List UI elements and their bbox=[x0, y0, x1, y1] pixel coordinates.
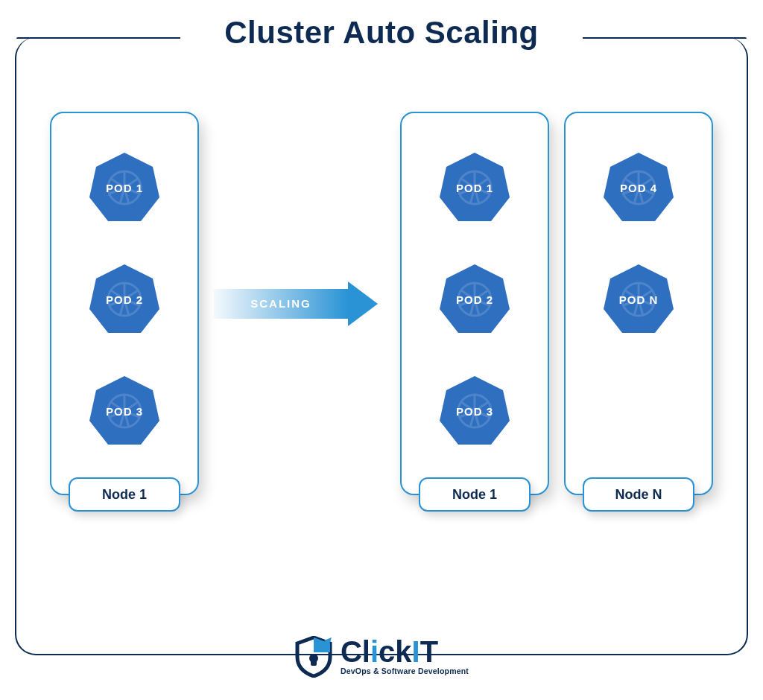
node-box-right-n: POD 4 POD N Node N bbox=[564, 112, 713, 495]
pod-label: POD 1 bbox=[456, 182, 493, 194]
pod: POD 3 bbox=[437, 374, 512, 448]
pod-label: POD 2 bbox=[106, 293, 143, 306]
pod: POD 2 bbox=[87, 262, 162, 337]
pod-label: POD 3 bbox=[456, 405, 493, 418]
brand-logo: ClickIT DevOps & Software Development bbox=[0, 636, 763, 678]
node-label: Node 1 bbox=[419, 477, 531, 512]
pod-label: POD 4 bbox=[620, 182, 657, 194]
node-box-left: POD 1 POD 2 POD 3 Node 1 bbox=[50, 112, 199, 495]
right-node-group: POD 1 POD 2 bbox=[400, 112, 713, 495]
node-box-right-1: POD 1 POD 2 bbox=[400, 112, 549, 495]
brand-name: ClickIT bbox=[341, 638, 469, 665]
node-label: Node 1 bbox=[69, 477, 180, 512]
brand-tagline: DevOps & Software Development bbox=[341, 666, 469, 675]
pod: POD 2 bbox=[437, 262, 512, 337]
pod: POD N bbox=[601, 262, 676, 337]
arrow-shaft: SCALING bbox=[214, 289, 348, 319]
pod-label: POD 3 bbox=[106, 405, 143, 418]
shield-icon bbox=[294, 636, 333, 678]
pod-label: POD 1 bbox=[106, 182, 143, 194]
pod-label: POD N bbox=[619, 293, 659, 306]
pod: POD 4 bbox=[601, 150, 676, 225]
arrow-head-icon bbox=[348, 281, 378, 326]
svg-rect-73 bbox=[311, 658, 317, 666]
pod: POD 1 bbox=[87, 150, 162, 225]
pod: POD 1 bbox=[437, 150, 512, 225]
pod: POD 3 bbox=[87, 374, 162, 448]
scaling-arrow: SCALING bbox=[206, 112, 393, 495]
node-label: Node N bbox=[583, 477, 694, 512]
pod-label: POD 2 bbox=[456, 293, 493, 306]
diagram-stage: POD 1 POD 2 POD 3 Node 1 bbox=[0, 112, 763, 495]
arrow-label: SCALING bbox=[250, 297, 311, 310]
